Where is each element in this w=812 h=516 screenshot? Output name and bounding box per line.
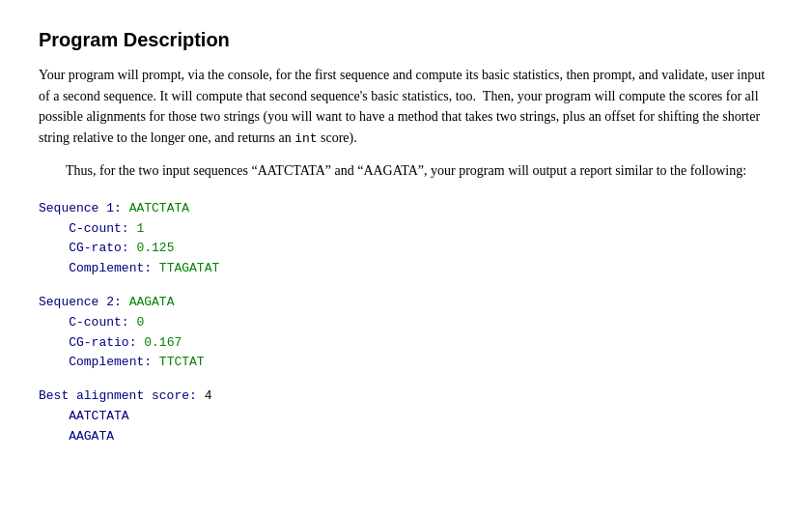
seq2-complement-line: Complement: TTCTAT (39, 353, 773, 373)
seq1-ccount-line: C-count: 1 (39, 219, 773, 240)
seq2-cgratio-value: 0.167 (144, 335, 182, 350)
best-alignment-seq2-line: AAGATA (39, 427, 773, 447)
sequence2-block: Sequence 2: AAGATA C-count: 0 CG-ratio: … (39, 293, 773, 373)
seq1-cgratio-label: CG-rato: (69, 241, 136, 255)
seq2-complement-label: Complement: (69, 355, 159, 369)
seq1-ccount-label: C-count: (69, 221, 136, 236)
code-output-block: Sequence 1: AATCTATA C-count: 1 CG-rato:… (39, 199, 773, 447)
seq2-cgratio-line: CG-ratio: 0.167 (39, 333, 773, 354)
best-alignment-block: Best alignment score: 4 AATCTATA AAGATA (39, 387, 773, 446)
seq1-complement-line: Complement: TTAGATAT (39, 259, 773, 279)
seq1-complement-label: Complement: (69, 261, 159, 275)
seq2-label: Sequence 2: (39, 295, 129, 309)
seq2-ccount-label: C-count: (69, 315, 136, 330)
best-alignment-seq1-line: AATCTATA (39, 407, 773, 427)
best-alignment-score-line: Best alignment score: 4 (39, 387, 773, 407)
description-paragraph-2: Thus, for the two input sequences “AATCT… (39, 160, 773, 182)
best-alignment-score: 4 (205, 388, 212, 403)
sequence1-line: Sequence 1: AATCTATA (39, 199, 773, 219)
seq2-ccount-value: 0 (136, 315, 144, 330)
seq1-cgratio-value: 0.125 (136, 241, 174, 255)
sequence2-line: Sequence 2: AAGATA (39, 293, 773, 313)
seq2-cgratio-label: CG-ratio: (69, 335, 144, 350)
best-alignment-label: Best alignment score: (39, 388, 205, 403)
page-title: Program Description (39, 29, 773, 51)
seq1-value: AATCTATA (129, 201, 189, 215)
sequence1-block: Sequence 1: AATCTATA C-count: 1 CG-rato:… (39, 199, 773, 279)
best-alignment-seq2: AAGATA (69, 429, 114, 444)
seq1-label: Sequence 1: (39, 201, 129, 215)
best-alignment-seq1: AATCTATA (69, 409, 128, 423)
seq2-complement-value: TTCTAT (159, 355, 205, 369)
seq2-value: AAGATA (129, 295, 175, 309)
seq1-complement-value: TTAGATAT (159, 261, 219, 275)
description-paragraph-1: Your program will prompt, via the consol… (39, 65, 773, 149)
seq1-ccount-value: 1 (136, 221, 144, 236)
seq2-ccount-line: C-count: 0 (39, 313, 773, 333)
inline-code-int: int (294, 131, 317, 146)
seq1-cgratio-line: CG-rato: 0.125 (39, 239, 773, 259)
